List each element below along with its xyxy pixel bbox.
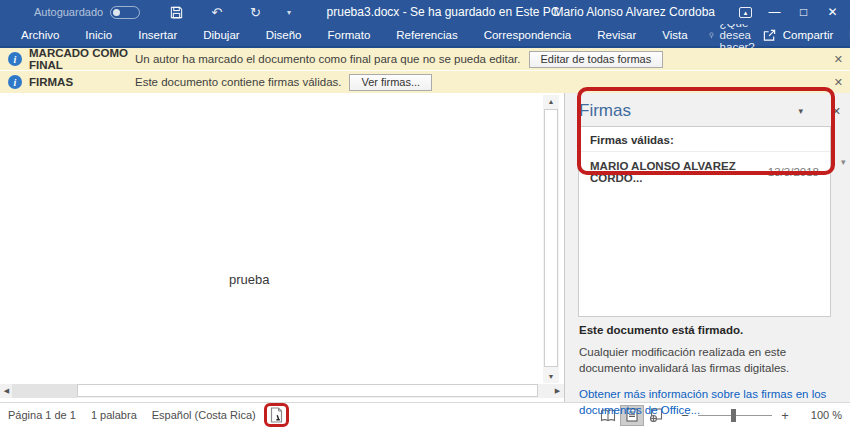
horizontal-scrollbar-track[interactable] (12, 384, 77, 398)
scroll-up-icon[interactable]: ▲ (543, 95, 559, 108)
minimize-button[interactable]: — (760, 0, 789, 24)
tab-referencias[interactable]: Referencias (383, 24, 470, 46)
scroll-down-icon[interactable]: ▼ (543, 370, 559, 383)
signatures-bar: i FIRMAS Este documento contiene firmas … (0, 70, 850, 93)
save-icon[interactable] (170, 6, 183, 19)
qat-dropdown-icon[interactable]: ▾ (287, 8, 291, 17)
ribbon-display-options-icon: ▴ (739, 7, 752, 18)
tab-dibujar[interactable]: Dibujar (190, 24, 252, 46)
close-icon[interactable]: ✕ (834, 53, 843, 66)
marked-final-text: Un autor ha marcado el documento como fi… (135, 53, 521, 65)
info-icon: i (8, 75, 22, 89)
close-button[interactable]: ✕ (818, 0, 847, 24)
signer-name: MARIO ALONSO ALVAREZ CORDO... (590, 160, 768, 184)
signature-date: 13/3/2018 (768, 166, 819, 178)
tab-revisar[interactable]: Revisar (584, 24, 649, 46)
quick-access-toolbar: Autoguardado ↶ ↻ ▾ (0, 0, 291, 24)
document-title: prueba3.docx - Se ha guardado en Este PC (327, 0, 560, 24)
valid-signatures-list: Firmas válidas: MARIO ALONSO ALVAREZ COR… (578, 126, 831, 317)
tab-diseno[interactable]: Diseño (253, 24, 315, 46)
close-icon[interactable]: ✕ (832, 105, 841, 118)
word-window: Autoguardado ↶ ↻ ▾ prueba3.docx - Se ha … (0, 0, 850, 427)
page-indicator[interactable]: Página 1 de 1 (8, 409, 76, 421)
redo-icon[interactable]: ↻ (250, 5, 261, 20)
main-area: prueba ▲ ▼ ◀ ▶ Firmas ▾ ✕ Firmas válidas… (0, 93, 850, 402)
signed-title: Este documento está firmado. (579, 322, 837, 338)
tab-vista[interactable]: Vista (649, 24, 700, 46)
account-name[interactable]: Mario Alonso Alvarez Cordoba (554, 5, 715, 19)
signature-row[interactable]: MARIO ALONSO ALVAREZ CORDO... 13/3/2018 (579, 152, 830, 192)
autosave-label: Autoguardado (34, 6, 103, 18)
marked-final-bar: i MARCADO COMO FINAL Un autor ha marcado… (0, 48, 850, 70)
signature-status-icon[interactable] (270, 407, 283, 423)
ribbon-display-options-button[interactable]: ▴ (731, 0, 760, 24)
marked-final-label: MARCADO COMO FINAL (29, 47, 135, 71)
tab-correspondencia[interactable]: Correspondencia (471, 24, 585, 46)
close-icon[interactable]: ✕ (834, 76, 843, 89)
horizontal-scrollbar-thumb[interactable] (77, 384, 538, 397)
tab-insertar[interactable]: Insertar (125, 24, 190, 46)
signatures-pane: Firmas ▾ ✕ Firmas válidas: MARIO ALONSO … (564, 93, 850, 402)
info-icon: i (8, 52, 22, 66)
vertical-scrollbar[interactable]: ▲ ▼ (543, 95, 559, 383)
signatures-text: Este documento contiene firmas válidas. (135, 76, 341, 88)
zoom-slider[interactable] (698, 415, 772, 416)
horizontal-scrollbar[interactable]: ◀ ▶ (0, 384, 564, 398)
maximize-button[interactable]: □ (789, 0, 818, 24)
tab-archivo[interactable]: Archivo (8, 24, 72, 46)
vertical-scrollbar-thumb[interactable] (544, 109, 558, 367)
document-body-text[interactable]: prueba (229, 272, 269, 287)
edit-anyway-button[interactable]: Editar de todas formas (529, 51, 664, 68)
tab-formato[interactable]: Formato (314, 24, 383, 46)
zoom-slider-thumb[interactable] (731, 409, 736, 422)
signed-body: Cualquier modificación realizada en este… (579, 344, 837, 376)
toggle-knob-icon (113, 9, 120, 16)
signatures-label: FIRMAS (29, 76, 135, 88)
share-button[interactable]: Compartir (762, 28, 833, 42)
language-indicator[interactable]: Español (Costa Rica) (152, 409, 256, 421)
share-label: Compartir (783, 29, 833, 41)
share-icon (762, 28, 777, 42)
valid-signatures-heading: Firmas válidas: (579, 127, 830, 152)
titlebar-right: Mario Alonso Alvarez Cordoba ▴ — □ ✕ (554, 0, 850, 24)
word-count[interactable]: 1 palabra (91, 409, 137, 421)
scroll-right-icon[interactable]: ▶ (551, 384, 564, 398)
ribbon-tab-row: Archivo Inicio Insertar Dibujar Diseño F… (0, 24, 850, 48)
pane-title: Firmas (579, 101, 631, 121)
annotation-signature-status (264, 403, 289, 427)
chevron-down-icon[interactable]: ▾ (798, 106, 803, 116)
document-canvas[interactable]: prueba ▲ ▼ ◀ ▶ (0, 93, 564, 402)
signature-row-dropdown-icon[interactable]: ▾ (841, 157, 846, 167)
tab-inicio[interactable]: Inicio (72, 24, 125, 46)
signatures-pane-header: Firmas ▾ (565, 93, 850, 121)
autosave-toggle[interactable] (110, 6, 140, 19)
pane-info: Este documento está firmado. Cualquier m… (579, 322, 837, 418)
lightbulb-icon (709, 28, 714, 43)
view-signatures-button[interactable]: Ver firmas... (349, 74, 432, 91)
title-bar: Autoguardado ↶ ↻ ▾ prueba3.docx - Se ha … (0, 0, 850, 24)
undo-icon[interactable]: ↶ (211, 5, 222, 20)
